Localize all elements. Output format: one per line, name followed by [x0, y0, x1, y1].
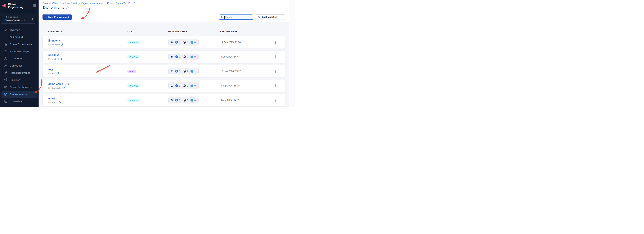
environment-name-link[interactable]: test	[48, 68, 53, 71]
linux-count: 0	[187, 84, 188, 87]
sidebar-item-label: Resilience Probes	[10, 71, 30, 74]
breadcrumb-project-link[interactable]: Project: Chaos-Dev-Prod2	[107, 2, 135, 4]
sidebar-item-chaos-dashboards[interactable]: Chaos Dashboards	[2, 83, 37, 91]
infrastructure-counts: 2 0 $1 1	[168, 68, 198, 74]
sidebar-item-get-started[interactable]: Get Started	[2, 33, 37, 41]
environment-name-link[interactable]: demo-coles	[48, 82, 63, 85]
test-tube-icon	[4, 71, 8, 74]
sort-dropdown[interactable]: Last Modified	[256, 14, 285, 20]
brand-row: Chaos Engineering	[0, 0, 38, 9]
brand-title: Chaos Engineering	[8, 3, 31, 9]
table-row: udit-test ID: udittest Pre-Prod 0 0 $0 0…	[42, 50, 285, 63]
infrastructure-counts: 3 0 $3 0	[168, 97, 198, 103]
row-menu-button[interactable]	[274, 69, 277, 74]
page-header: Account: Chaos Dev Team Prod2 › Organiza…	[38, 0, 289, 12]
sidebar-item-label: Pipelines	[10, 79, 20, 81]
table-row: test ID: test Prod 2 0 $1 1 19 Nov 2024,…	[42, 65, 285, 78]
project-selector[interactable]: PROJECT Chaos-Dev-Prod2	[1, 14, 35, 24]
new-environment-button[interactable]: + New Environment	[42, 14, 72, 20]
environment-name-link[interactable]: linux-env	[48, 39, 60, 42]
kubernetes-count: 0	[179, 55, 180, 58]
column-header-environment: ENVIRONMENT	[48, 30, 64, 33]
sidebar-item-label: Get Started	[10, 36, 23, 38]
copy-icon[interactable]	[60, 58, 62, 60]
search-input[interactable]	[224, 16, 251, 18]
environment-id: ID: linuxenv	[48, 43, 60, 45]
search-box	[219, 14, 253, 20]
breadcrumb-organization-link[interactable]: Organization: default	[82, 2, 103, 4]
svg-text:$: $	[185, 86, 185, 87]
sidebar-item-environments[interactable]: Environments	[2, 91, 37, 98]
linux-count: 0	[187, 41, 188, 44]
row-menu-button[interactable]	[274, 98, 277, 103]
lock-icon	[4, 100, 8, 103]
hexagons-icon	[4, 92, 8, 96]
infra-total-count: 0	[171, 41, 173, 44]
linux-count: 0	[187, 55, 188, 58]
last-modified: 14 Feb 2025, 11:08	[220, 41, 241, 44]
accent-rule	[2, 11, 35, 11]
sidebar-item-label: Application Maps	[10, 50, 29, 53]
sidebar-item-application-maps[interactable]: Application Maps	[2, 48, 37, 55]
sidebar-item-gamedays[interactable]: GameDays	[2, 62, 37, 69]
chevron-right-icon	[32, 18, 33, 20]
cube-icon	[4, 16, 7, 18]
environment-id: ID: democole	[48, 87, 61, 89]
sidebar-item-overview[interactable]: Overview	[2, 26, 37, 33]
dashboard-icon	[4, 85, 8, 89]
windows-count: 0	[194, 84, 196, 87]
linux-icon: $	[183, 41, 186, 44]
svg-text:$: $	[185, 100, 185, 101]
sidebar-item-label: GameDays	[10, 64, 22, 67]
toolbar: + New Environment Last Modified	[38, 12, 289, 22]
windows-count: 0	[194, 41, 196, 44]
sidebar-item-resilience-probes[interactable]: Resilience Probes	[2, 69, 37, 76]
table-row: env-22 ID: env22 Pre-Prod 3 0 $3 0 6 Aug…	[42, 94, 285, 107]
infrastructure-counts: 0 0 $0 0	[168, 53, 198, 60]
linux-count: 3	[187, 99, 188, 102]
sidebar-nav: Overview Get Started Chaos Experiments A…	[0, 26, 38, 105]
scrollbar-track[interactable]	[289, 0, 295, 107]
info-icon[interactable]	[66, 6, 69, 9]
environment-name-link[interactable]: udit-test	[48, 53, 59, 57]
last-modified: 3 Sep 2024, 15:38	[220, 84, 240, 87]
chaos-engineering-logo-icon	[2, 3, 6, 8]
row-menu-button[interactable]	[274, 40, 277, 45]
linux-count: 1	[187, 70, 188, 73]
infra-total-count: 0	[171, 55, 173, 58]
kubernetes-icon	[175, 70, 178, 73]
copy-icon[interactable]	[62, 87, 65, 89]
type-badge: Pre-Prod	[127, 55, 140, 59]
kubernetes-count: 0	[179, 99, 180, 102]
table-row: demo-coles 3 ID: democole Pre-Prod 1 1 $…	[42, 79, 285, 92]
linux-icon: $	[183, 84, 186, 87]
app-grid-icon[interactable]	[33, 4, 36, 7]
table-row: linux-env ID: linuxenv Pre-Prod 0 0 $0 0…	[42, 36, 285, 49]
kubernetes-count: 0	[179, 70, 180, 73]
tag-count: 3	[68, 83, 70, 85]
get-started-icon	[4, 35, 8, 39]
chevron-down-icon	[281, 16, 283, 18]
breadcrumb-account-link[interactable]: Account: Chaos Dev Team Prod2	[42, 2, 77, 4]
copy-icon[interactable]	[59, 101, 61, 104]
row-menu-button[interactable]	[274, 54, 277, 59]
sidebar-item-label: Environments	[10, 93, 27, 96]
target-icon	[4, 50, 8, 53]
sidebar-item-chaos-experiments[interactable]: Chaos Experiments	[2, 41, 37, 48]
kubernetes-icon	[175, 99, 178, 102]
sort-label: Last Modified	[262, 16, 277, 18]
sidebar-item-label: Chaos Experiments	[10, 43, 32, 46]
row-menu-button[interactable]	[274, 83, 277, 88]
sidebar-item-pipelines[interactable]: Pipelines	[2, 76, 37, 83]
sidebar-item-chaosguard[interactable]: ChaosGuard	[2, 98, 37, 105]
flask-icon	[4, 42, 8, 46]
copy-icon[interactable]	[61, 43, 64, 46]
sidebar-item-chaoshubs[interactable]: ChaosHubs	[2, 55, 37, 62]
breadcrumb: Account: Chaos Dev Team Prod2 › Organiza…	[42, 2, 285, 4]
windows-count: 0	[194, 55, 196, 58]
environment-name-link[interactable]: env-22	[48, 97, 56, 100]
windows-count: 1	[194, 70, 196, 73]
copy-icon[interactable]	[56, 72, 59, 75]
windows-icon	[190, 41, 193, 44]
sidebar-item-label: ChaosHubs	[10, 57, 23, 60]
